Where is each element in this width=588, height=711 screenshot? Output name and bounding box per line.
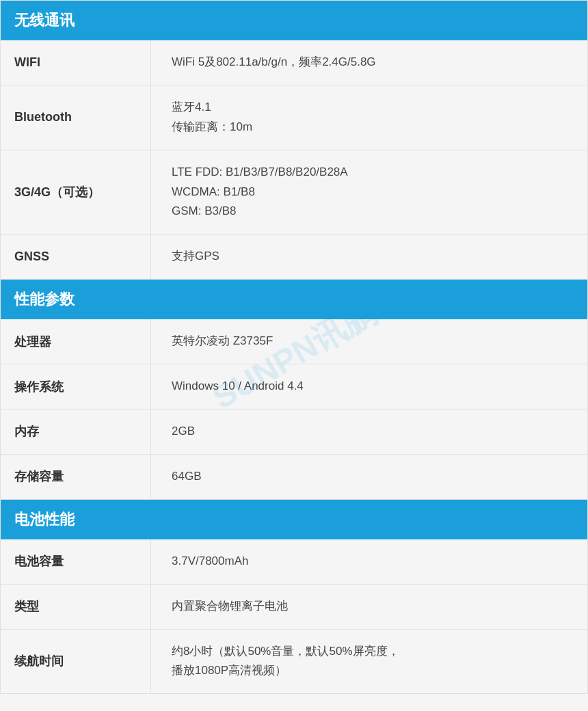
table-row: 类型内置聚合物锂离子电池 bbox=[1, 585, 587, 630]
table-row: Bluetooth蓝牙4.1传输距离：10m bbox=[1, 85, 587, 150]
row-label: 处理器 bbox=[1, 319, 151, 364]
row-label: GNSS bbox=[1, 234, 151, 279]
section-header-wireless: 无线通讯 bbox=[1, 1, 587, 40]
row-value: 蓝牙4.1传输距离：10m bbox=[151, 85, 587, 150]
table-row: 操作系统Windows 10 / Android 4.4 bbox=[1, 364, 587, 410]
row-value: WiFi 5及802.11a/b/g/n，频率2.4G/5.8G bbox=[151, 40, 587, 85]
row-value: 3.7V/7800mAh bbox=[151, 539, 587, 584]
row-value: LTE FDD: B1/B3/B7/B8/B20/B28AWCDMA: B1/B… bbox=[151, 150, 587, 234]
row-label: 3G/4G（可选） bbox=[1, 150, 151, 234]
table-row: 存储容量64GB bbox=[1, 455, 587, 500]
table-row: WIFIWiFi 5及802.11a/b/g/n，频率2.4G/5.8G bbox=[1, 40, 587, 85]
table-row: 内存2GB bbox=[1, 410, 587, 455]
row-label: 内存 bbox=[1, 410, 151, 454]
table-row: 处理器英特尔凌动 Z3735F bbox=[1, 319, 587, 364]
row-label: Bluetooth bbox=[1, 85, 151, 150]
table-row: 电池容量3.7V/7800mAh bbox=[1, 539, 587, 585]
row-value: 支持GPS bbox=[151, 234, 587, 279]
section-header-battery: 电池性能 bbox=[1, 500, 587, 539]
row-value: 2GB bbox=[151, 410, 587, 454]
row-label: 类型 bbox=[1, 585, 151, 629]
table-row: GNSS支持GPS bbox=[1, 234, 587, 280]
row-label: WIFI bbox=[1, 40, 151, 85]
row-label: 续航时间 bbox=[1, 630, 151, 694]
section-header-performance: 性能参数 bbox=[1, 280, 587, 319]
row-label: 电池容量 bbox=[1, 539, 151, 584]
row-label: 存储容量 bbox=[1, 455, 151, 499]
row-value: 64GB bbox=[151, 455, 587, 499]
spec-table: 无线通讯WIFIWiFi 5及802.11a/b/g/n，频率2.4G/5.8G… bbox=[0, 0, 588, 694]
table-row: 3G/4G（可选）LTE FDD: B1/B3/B7/B8/B20/B28AWC… bbox=[1, 150, 587, 235]
row-value: 内置聚合物锂离子电池 bbox=[151, 585, 587, 629]
row-label: 操作系统 bbox=[1, 364, 151, 409]
row-value: Windows 10 / Android 4.4 bbox=[151, 364, 587, 409]
row-value: 英特尔凌动 Z3735F bbox=[151, 319, 587, 364]
table-row: 续航时间约8小时（默认50%音量，默认50%屏亮度，播放1080P高清视频） bbox=[1, 630, 587, 694]
row-value: 约8小时（默认50%音量，默认50%屏亮度，播放1080P高清视频） bbox=[151, 630, 587, 694]
